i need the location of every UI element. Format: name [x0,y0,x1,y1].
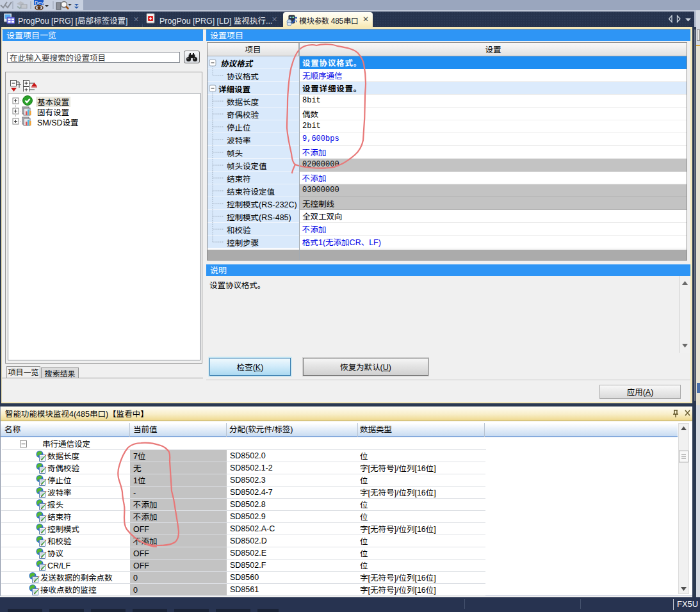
svg-text:Dev: Dev [35,0,44,6]
